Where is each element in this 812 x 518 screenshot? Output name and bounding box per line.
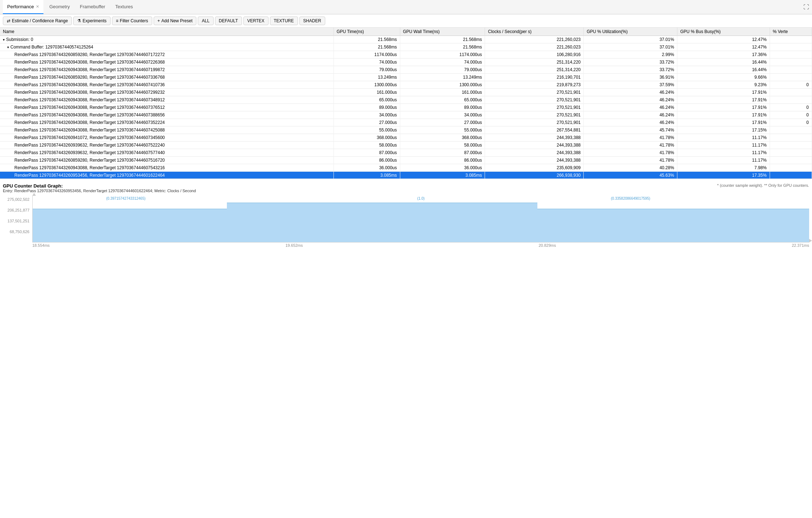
x-label-3: 20.829ms <box>538 243 556 248</box>
row-gpu_wall: 21.568ms <box>400 36 485 43</box>
tab-framebuffer[interactable]: Framebuffer <box>76 0 110 14</box>
table-row[interactable]: RenderPass 12970367443260859280, RenderT… <box>0 157 812 164</box>
row-gpu_bus: 17.91% <box>677 89 770 96</box>
row-gpu_util: 37.59% <box>584 81 677 89</box>
row-gpu_wall: 161.000us <box>400 89 485 96</box>
row-gpu_bus: 9.23% <box>677 81 770 89</box>
row-gpu_bus: 17.91% <box>677 104 770 111</box>
row-gpu_wall: 1174.000us <box>400 51 485 59</box>
row-verte <box>770 36 812 43</box>
table-row[interactable]: RenderPass 12970367443260943088, RenderT… <box>0 164 812 172</box>
filter-texture[interactable]: TEXTURE <box>270 17 298 25</box>
row-gpu_util: 33.72% <box>584 59 677 66</box>
experiments-button[interactable]: ⚗ Experiments <box>73 17 111 25</box>
table-row[interactable]: RenderPass 12970367443260943088, RenderT… <box>0 119 812 126</box>
tab-framebuffer-label: Framebuffer <box>80 4 106 9</box>
row-clocks: 267,554,881 <box>485 126 584 134</box>
row-gpu_wall: 79.000us <box>400 66 485 74</box>
table-row[interactable]: RenderPass 12970367443260943088, RenderT… <box>0 89 812 96</box>
filter-counters-button[interactable]: ≡ Filter Counters <box>112 17 152 25</box>
y-label-1: 275,002,502 <box>3 197 32 202</box>
row-gpu_bus: 12.47% <box>677 43 770 51</box>
estimate-button[interactable]: ⇄ Estimate / Confidence Range <box>3 17 72 25</box>
filter-vertex[interactable]: VERTEX <box>243 17 269 25</box>
row-gpu_util: 41.78% <box>584 134 677 142</box>
row-gpu_time: 21.568ms <box>333 43 400 51</box>
filter-default[interactable]: DEFAULT <box>215 17 242 25</box>
tab-textures-label: Textures <box>115 4 133 9</box>
table-row[interactable]: RenderPass 12970367443260943088, RenderT… <box>0 104 812 111</box>
tab-geometry[interactable]: Geometry <box>45 0 74 14</box>
row-gpu_time: 65.000us <box>333 96 400 104</box>
row-gpu_util: 46.24% <box>584 104 677 111</box>
row-gpu_util: 36.91% <box>584 74 677 81</box>
row-name: RenderPass 12970367443260943088, RenderT… <box>0 96 333 104</box>
row-gpu_bus: 7.98% <box>677 164 770 172</box>
row-name: RenderPass 12970367443260943088, RenderT… <box>0 126 333 134</box>
filter-icon: ≡ <box>116 18 118 23</box>
row-gpu_wall: 13.249ms <box>400 74 485 81</box>
add-preset-button[interactable]: + Add New Preset <box>154 17 197 25</box>
row-clocks: 235,609,909 <box>485 164 584 172</box>
row-gpu_bus: 16.44% <box>677 59 770 66</box>
table-row[interactable]: RenderPass 12970367443260943088, RenderT… <box>0 66 812 74</box>
expand-icon[interactable]: ▾ <box>3 38 5 42</box>
row-name: RenderPass 12970367443260859280, RenderT… <box>0 157 333 164</box>
row-gpu_bus: 17.15% <box>677 126 770 134</box>
table-row[interactable]: RenderPass 12970367443260943088, RenderT… <box>0 96 812 104</box>
row-gpu_time: 21.568ms <box>333 36 400 43</box>
row-gpu_time: 74.000us <box>333 59 400 66</box>
row-name: RenderPass 12970367443260943088, RenderT… <box>0 81 333 89</box>
row-clocks: 251,314,220 <box>485 66 584 74</box>
row-name: RenderPass 12970367443260943088, RenderT… <box>0 66 333 74</box>
row-gpu_time: 161.000us <box>333 89 400 96</box>
row-name: RenderPass 12970367443260859280, RenderT… <box>0 74 333 81</box>
fullscreen-button[interactable]: ⛶ <box>803 4 809 10</box>
row-clocks: 270,521,901 <box>485 104 584 111</box>
row-name: RenderPass 12970367443260943088, RenderT… <box>0 111 333 119</box>
row-gpu_wall: 74.000us <box>400 59 485 66</box>
row-verte <box>770 59 812 66</box>
tab-performance[interactable]: Performance ✕ <box>3 0 43 14</box>
row-gpu_wall: 368.000us <box>400 134 485 142</box>
row-clocks: 221,260,023 <box>485 43 584 51</box>
table-row[interactable]: RenderPass 12970367443260943088, RenderT… <box>0 81 812 89</box>
table-row[interactable]: RenderPass 12970367443260953456, RenderT… <box>0 172 812 179</box>
row-clocks: 270,521,901 <box>485 119 584 126</box>
filter-all[interactable]: ALL <box>198 17 213 25</box>
table-row[interactable]: RenderPass 12970367443260859280, RenderT… <box>0 51 812 59</box>
row-verte <box>770 66 812 74</box>
table-row[interactable]: RenderPass 12970367443260859280, RenderT… <box>0 74 812 81</box>
chart-entry: Entry: RenderPass 12970367443260953456, … <box>3 189 809 193</box>
table-row[interactable]: RenderPass 12970367443260943088, RenderT… <box>0 59 812 66</box>
tab-textures[interactable]: Textures <box>111 0 137 14</box>
tab-performance-label: Performance <box>7 4 34 9</box>
row-verte <box>770 164 812 172</box>
row-gpu_wall: 87.000us <box>400 149 485 157</box>
chart-x-labels: 18.554ms 19.652ms 20.829ms 22.371ms <box>32 242 809 248</box>
table-row[interactable]: ▾Command Buffer: 1297036744057412526421.… <box>0 43 812 51</box>
filter-shader[interactable]: SHADER <box>299 17 325 25</box>
chart-bar <box>537 209 809 242</box>
row-gpu_util: 41.78% <box>584 149 677 157</box>
row-gpu_bus: 16.44% <box>677 66 770 74</box>
row-gpu_time: 368.000us <box>333 134 400 142</box>
table-row[interactable]: RenderPass 12970367443260939632, RenderT… <box>0 149 812 157</box>
row-gpu_util: 45.74% <box>584 126 677 134</box>
row-verte <box>770 51 812 59</box>
tab-performance-close[interactable]: ✕ <box>36 4 39 9</box>
table-row[interactable]: RenderPass 12970367443260939632, RenderT… <box>0 142 812 149</box>
add-icon: + <box>158 18 160 23</box>
table-row[interactable]: ▾Submission: 021.568ms21.568ms221,260,02… <box>0 36 812 43</box>
chart-area: 275,002,502 206,251,877 137,501,251 68,7… <box>3 196 809 242</box>
filter-counters-label: Filter Counters <box>120 18 148 23</box>
row-clocks: 244,393,388 <box>485 142 584 149</box>
table-row[interactable]: RenderPass 12970367443260943088, RenderT… <box>0 126 812 134</box>
chart-bar <box>304 203 537 242</box>
row-gpu_util: 41.78% <box>584 142 677 149</box>
expand-icon[interactable]: ▾ <box>7 45 9 49</box>
table-row[interactable]: RenderPass 12970367443260943088, RenderT… <box>0 111 812 119</box>
row-clocks: 244,393,388 <box>485 157 584 164</box>
row-verte <box>770 96 812 104</box>
table-row[interactable]: RenderPass 12970367443260941072, RenderT… <box>0 134 812 142</box>
